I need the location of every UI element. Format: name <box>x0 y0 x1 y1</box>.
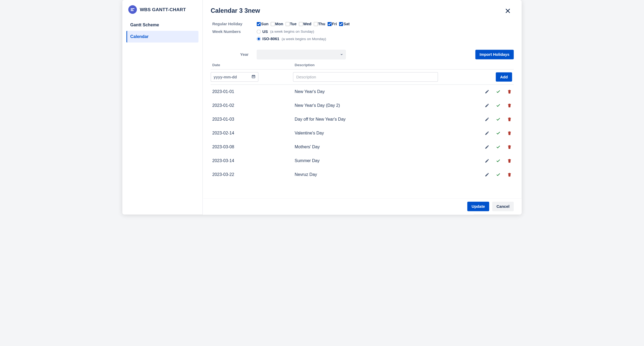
cell-date: 2023-01-02 <box>211 103 293 108</box>
year-select[interactable] <box>257 50 346 59</box>
table-header: Date Description <box>211 61 514 69</box>
week-number-options: US(a week begins on Sunday)ISO-8061(a we… <box>257 29 514 43</box>
day-checkbox-thu[interactable]: Thu <box>314 22 325 26</box>
cell-description: Day off for New Year's Day <box>293 117 473 122</box>
day-label: Fri <box>332 22 337 26</box>
regular-holiday-row: Regular Holiday SunMonTueWedThuFriSat <box>211 22 514 26</box>
sidebar-item-calendar[interactable]: Calendar <box>126 31 198 43</box>
check-icon[interactable] <box>496 103 501 108</box>
day-label: Sat <box>344 22 350 26</box>
day-label: Sun <box>261 22 269 26</box>
trash-icon[interactable] <box>507 117 512 121</box>
day-checkbox-input-wed[interactable] <box>299 22 303 26</box>
th-date: Date <box>211 63 293 67</box>
page-title: Calendar 3 3new <box>211 7 260 14</box>
edit-icon[interactable] <box>485 131 489 135</box>
row-actions <box>473 131 514 135</box>
sidebar: WBS GANTT-CHART Gantt Scheme Calendar <box>122 0 203 214</box>
week-radio-input[interactable] <box>257 37 261 41</box>
row-actions <box>473 145 514 149</box>
day-checkbox-input-fri[interactable] <box>328 22 332 26</box>
week-option-label: US <box>262 29 268 34</box>
import-holidays-button[interactable]: Import Holidays <box>475 50 514 59</box>
regular-holiday-label: Regular Holiday <box>211 22 257 26</box>
svg-point-2 <box>253 77 254 77</box>
day-checkbox-tue[interactable]: Tue <box>286 22 296 26</box>
row-actions <box>473 172 514 177</box>
row-actions <box>473 117 514 121</box>
trash-icon[interactable] <box>507 145 512 149</box>
sidebar-item-gantt-scheme[interactable]: Gantt Scheme <box>126 19 198 31</box>
check-icon[interactable] <box>496 145 501 149</box>
cell-description: New Year's Day <box>293 89 473 94</box>
day-label: Wed <box>303 22 311 26</box>
day-checkbox-input-sun[interactable] <box>257 22 261 26</box>
week-option-hint: (a week begins on Monday) <box>282 37 326 41</box>
th-description: Description <box>293 63 473 67</box>
week-numbers-row: Week Numbers US(a week begins on Sunday)… <box>211 29 514 43</box>
table-row: 2023-01-02New Year's Day (Day 2) <box>211 99 514 112</box>
add-button[interactable]: Add <box>496 72 512 82</box>
trash-icon[interactable] <box>507 172 512 177</box>
year-label: Year <box>211 52 257 57</box>
week-option-label: ISO-8061 <box>262 37 279 41</box>
edit-icon[interactable] <box>485 103 489 108</box>
cell-description: Mothers' Day <box>293 144 473 149</box>
trash-icon[interactable] <box>507 158 512 163</box>
cancel-button[interactable]: Cancel <box>492 202 514 211</box>
day-checkbox-fri[interactable]: Fri <box>328 22 337 26</box>
sidebar-nav: Gantt Scheme Calendar <box>126 19 198 43</box>
check-icon[interactable] <box>496 172 501 177</box>
week-radio-input[interactable] <box>257 30 261 34</box>
check-icon[interactable] <box>496 117 501 121</box>
edit-icon[interactable] <box>485 158 489 163</box>
day-label: Thu <box>318 22 325 26</box>
day-checkbox-input-mon[interactable] <box>271 22 275 26</box>
check-icon[interactable] <box>496 158 501 163</box>
content: Regular Holiday SunMonTueWedThuFriSat We… <box>203 18 522 198</box>
edit-icon[interactable] <box>485 145 489 149</box>
calendar-icon <box>252 74 256 79</box>
cell-date: 2023-03-14 <box>211 158 293 163</box>
week-option-iso-8061[interactable]: ISO-8061(a week begins on Monday) <box>257 37 326 41</box>
cell-description: New Year's Day (Day 2) <box>293 103 473 108</box>
day-label: Tue <box>290 22 296 26</box>
edit-icon[interactable] <box>485 89 489 94</box>
check-icon[interactable] <box>496 131 501 135</box>
check-icon[interactable] <box>496 89 501 94</box>
table-row: 2023-01-01New Year's Day <box>211 85 514 99</box>
row-actions <box>473 158 514 163</box>
cell-date: 2023-01-01 <box>211 89 293 94</box>
close-icon[interactable] <box>505 7 511 15</box>
cell-description: Nevruz Day <box>293 172 473 177</box>
trash-icon[interactable] <box>507 103 512 108</box>
main-panel: Calendar 3 3new Regular Holiday SunMonTu… <box>203 0 522 214</box>
table-row: 2023-03-14Summer Day <box>211 154 514 168</box>
cell-date: 2023-01-03 <box>211 117 293 122</box>
day-label: Mon <box>275 22 283 26</box>
day-checkbox-input-tue[interactable] <box>286 22 290 26</box>
year-import-row: Year Import Holidays <box>211 50 514 59</box>
footer: Update Cancel <box>203 198 522 214</box>
date-placeholder: yyyy-mm-dd <box>214 75 237 79</box>
day-checkbox-sat[interactable]: Sat <box>339 22 350 26</box>
trash-icon[interactable] <box>507 131 512 135</box>
edit-icon[interactable] <box>485 172 489 177</box>
header: Calendar 3 3new <box>203 0 522 18</box>
brand-title: WBS GANTT-CHART <box>140 7 186 12</box>
day-checkbox-sun[interactable]: Sun <box>257 22 268 26</box>
trash-icon[interactable] <box>507 89 512 94</box>
description-input[interactable] <box>293 72 438 82</box>
update-button[interactable]: Update <box>467 202 489 211</box>
add-holiday-row: yyyy-mm-dd Add <box>211 70 514 85</box>
day-checkbox-mon[interactable]: Mon <box>271 22 283 26</box>
week-numbers-label: Week Numbers <box>211 29 257 34</box>
brand: WBS GANTT-CHART <box>126 5 198 19</box>
edit-icon[interactable] <box>485 117 489 121</box>
row-actions <box>473 103 514 108</box>
day-checkbox-input-sat[interactable] <box>339 22 343 26</box>
day-checkbox-wed[interactable]: Wed <box>299 22 311 26</box>
date-input[interactable]: yyyy-mm-dd <box>211 72 259 82</box>
day-checkbox-input-thu[interactable] <box>314 22 318 26</box>
week-option-us[interactable]: US(a week begins on Sunday) <box>257 29 314 34</box>
